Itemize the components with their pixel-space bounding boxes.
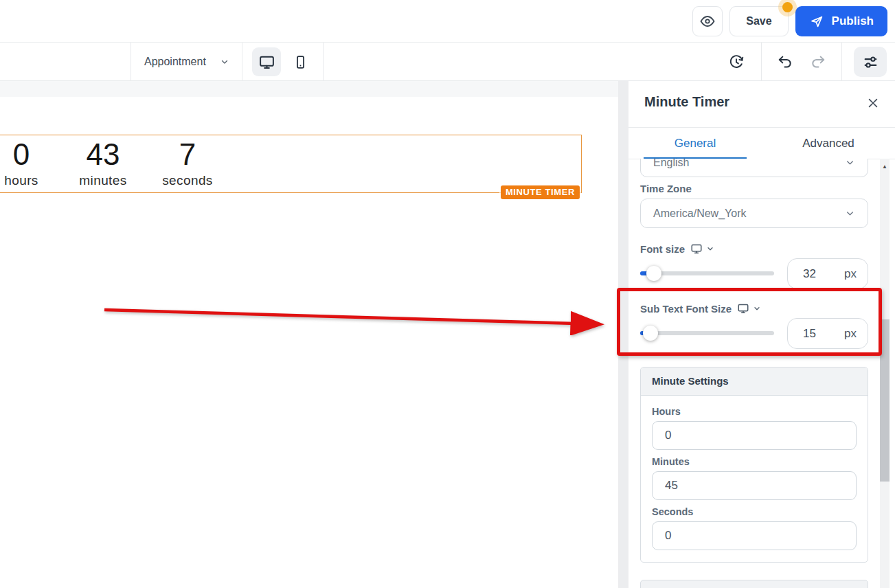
toolbar-divider — [131, 43, 131, 80]
send-icon — [809, 14, 824, 29]
font-size-slider[interactable] — [640, 266, 774, 281]
next-settings-card-header — [640, 580, 868, 588]
font-size-label-row: Font size — [640, 242, 714, 255]
tab-general[interactable]: General — [628, 128, 762, 159]
seconds-label: Seconds — [652, 506, 857, 517]
desktop-icon — [258, 54, 275, 71]
sub-text-font-size-unit: px — [844, 327, 857, 341]
page-selector-label: Appointment — [144, 56, 206, 68]
panel-title: Minute Timer — [644, 94, 729, 110]
save-button[interactable]: Save — [729, 6, 788, 36]
timer-hours-value: 0 — [1, 139, 42, 170]
chevron-down-icon — [220, 57, 229, 67]
slider-thumb[interactable] — [646, 266, 661, 281]
sub-text-font-size-label-row: Sub Text Font Size — [640, 302, 761, 315]
publish-button[interactable]: Publish — [795, 6, 887, 36]
panel-scroll-area: English Time Zone America/New_York Font … — [628, 159, 880, 588]
language-value: English — [653, 159, 689, 169]
redo-button[interactable] — [804, 47, 832, 76]
mobile-icon — [293, 54, 308, 70]
timezone-value: America/New_York — [653, 207, 746, 220]
scrollbar-up-arrow-icon[interactable]: ▲ — [880, 164, 890, 170]
history-clock-icon — [728, 54, 745, 70]
timer-seconds-label: seconds — [161, 173, 214, 188]
font-size-unit: px — [844, 267, 857, 281]
font-size-label: Font size — [640, 243, 685, 255]
toolbar-divider — [761, 43, 762, 80]
filters-icon — [862, 54, 879, 71]
sub-text-font-size-input[interactable] — [802, 326, 837, 341]
page-selector-dropdown[interactable]: Appointment — [144, 43, 229, 80]
timer-minutes-label: minutes — [76, 173, 130, 188]
eye-icon — [699, 13, 716, 30]
undo-icon — [777, 54, 793, 70]
minute-settings-body: Hours Minutes Seconds — [641, 396, 868, 550]
seconds-input[interactable] — [652, 521, 857, 550]
canvas-gutter — [618, 81, 628, 588]
redo-icon — [810, 54, 826, 70]
timer-hours-label: hours — [1, 173, 42, 188]
desktop-view-button[interactable] — [252, 47, 281, 76]
timer-unit-hours: 0 hours — [1, 139, 42, 188]
hours-input[interactable] — [652, 421, 857, 450]
language-select[interactable]: English — [640, 159, 868, 177]
header-actions: Save Publish — [692, 6, 887, 36]
chevron-down-icon — [753, 304, 761, 313]
chevron-down-icon — [706, 245, 714, 253]
font-size-input[interactable] — [802, 267, 837, 282]
save-button-label: Save — [746, 15, 771, 27]
toolbar-divider — [242, 43, 242, 80]
close-panel-button[interactable] — [865, 95, 881, 111]
sub-text-font-size-input-group: px — [787, 318, 868, 349]
minutes-input[interactable] — [652, 471, 857, 500]
global-settings-button[interactable] — [854, 47, 887, 77]
timezone-label: Time Zone — [640, 183, 692, 194]
sub-text-font-size-label: Sub Text Font Size — [640, 303, 732, 315]
sub-text-font-size-slider[interactable] — [640, 326, 774, 341]
slider-track[interactable] — [640, 331, 774, 335]
minute-settings-title: Minute Settings — [641, 368, 868, 396]
countdown-timer: 0 hours 43 minutes 7 seconds — [1, 139, 214, 188]
font-size-input-group: px — [787, 258, 868, 289]
timezone-select[interactable]: America/New_York — [640, 199, 868, 228]
selection-badge: MINUTE TIMER — [501, 185, 580, 199]
font-size-device-scope[interactable] — [690, 242, 714, 255]
toolbar-divider — [841, 43, 842, 80]
editor-canvas: 0 hours 43 minutes 7 seconds MINUTE TIME… — [0, 81, 618, 588]
tab-advanced[interactable]: Advanced — [762, 128, 895, 159]
slider-thumb[interactable] — [643, 326, 658, 341]
history-button[interactable] — [722, 47, 751, 76]
hours-label: Hours — [652, 406, 857, 417]
publish-button-label: Publish — [832, 14, 874, 28]
settings-panel: Minute Timer General Advanced English — [628, 81, 895, 588]
canvas-section-strip — [0, 81, 618, 97]
timer-seconds-value: 7 — [161, 139, 214, 170]
timer-unit-seconds: 7 seconds — [161, 139, 214, 188]
desktop-icon — [737, 302, 749, 315]
chevron-down-icon — [845, 159, 855, 168]
panel-tabs: General Advanced — [628, 128, 895, 159]
timer-unit-minutes: 43 minutes — [76, 139, 130, 188]
toolbar-divider — [323, 43, 324, 80]
timer-minutes-value: 43 — [76, 139, 130, 170]
panel-scrollbar[interactable]: ▲ — [880, 159, 890, 588]
minutes-label: Minutes — [652, 456, 857, 467]
preview-button[interactable] — [692, 6, 723, 36]
scrollbar-thumb[interactable] — [880, 319, 890, 482]
minute-settings-card: Minute Settings Hours Minutes Seconds — [640, 367, 868, 563]
editor-toolbar: Appointment — [0, 43, 895, 81]
notification-dot-icon — [782, 2, 793, 12]
chevron-down-icon — [845, 208, 855, 218]
top-header: Save Publish — [0, 0, 895, 43]
panel-header: Minute Timer — [628, 81, 895, 128]
minute-timer-widget[interactable]: 0 hours 43 minutes 7 seconds MINUTE TIME… — [0, 135, 582, 193]
undo-button[interactable] — [771, 47, 800, 76]
sub-text-device-scope[interactable] — [737, 302, 761, 315]
app-window: Save Publish Appointment — [0, 0, 895, 588]
close-icon — [866, 96, 880, 110]
desktop-icon — [690, 242, 703, 255]
mobile-view-button[interactable] — [286, 47, 315, 76]
